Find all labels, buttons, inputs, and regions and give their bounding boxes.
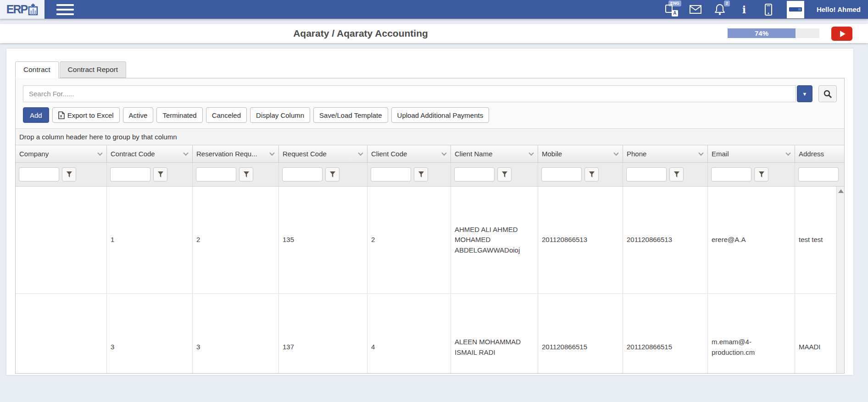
save-load-template-button[interactable]: Save/Load Template (313, 107, 388, 123)
filter-cell-client-name (451, 163, 538, 186)
filter-funnel-button[interactable] (153, 167, 167, 182)
column-header-request-code[interactable]: Request Code (279, 145, 367, 162)
chevron-down-icon[interactable] (698, 150, 703, 155)
chevron-down-icon[interactable] (97, 150, 102, 155)
user-greeting[interactable]: Hello! Ahmed (817, 6, 861, 13)
display-column-button[interactable]: Display Column (250, 107, 310, 123)
contract-row[interactable]: 3 3 137 4 ALEEN MOHAMMAD ISMAIL RADI 201… (16, 294, 844, 373)
filter-funnel-button[interactable] (62, 167, 76, 182)
filter-funnel-button[interactable] (669, 167, 684, 182)
chevron-down-icon[interactable] (441, 150, 446, 155)
cell-phone: 201120866515 (623, 294, 708, 373)
vertical-scrollbar[interactable] (836, 187, 844, 373)
scroll-up-arrow-icon[interactable] (837, 187, 844, 196)
search-input[interactable] (23, 85, 796, 102)
partner-brand-logo[interactable] (787, 1, 804, 18)
terminated-filter-button[interactable]: Terminated (156, 107, 202, 123)
erp-logo[interactable]: ERP (0, 0, 45, 19)
filter-input-mobile[interactable] (541, 167, 582, 182)
contracts-grid: Company Contract Code Reservation Requ..… (16, 145, 844, 373)
caret-down-icon: ▼ (802, 91, 807, 97)
grid-filter-row (16, 163, 844, 187)
progress-bar: 74% (728, 28, 819, 38)
canceled-filter-button[interactable]: Canceled (206, 107, 247, 123)
cell-company (16, 187, 107, 293)
app-root: ERP ENG A (0, 0, 868, 402)
cell-client-code: 2 (367, 187, 451, 293)
upload-additional-payments-button[interactable]: Upload Additional Payments (391, 107, 490, 123)
filter-cell-email (708, 163, 795, 186)
cell-mobile: 201120866513 (538, 187, 623, 293)
content-card: Contract Contract Report ▼ (6, 49, 853, 375)
filter-input-company[interactable] (19, 167, 59, 182)
filter-input-contract-code[interactable] (110, 167, 150, 182)
filter-input-request-code[interactable] (282, 167, 323, 182)
cell-reservation-request: 2 (193, 187, 279, 293)
tab-bar: Contract Contract Report (15, 61, 845, 78)
chevron-down-icon[interactable] (269, 150, 274, 155)
add-button[interactable]: Add (23, 107, 49, 123)
column-header-client-name[interactable]: Client Name (451, 145, 538, 162)
chevron-down-icon[interactable] (529, 150, 534, 155)
tab-contract-report[interactable]: Contract Report (60, 61, 126, 78)
search-button[interactable] (818, 85, 837, 102)
cell-request-code: 135 (279, 187, 367, 293)
filter-input-email[interactable] (711, 167, 751, 182)
filter-cell-company (16, 163, 107, 186)
filter-input-client-name[interactable] (454, 167, 495, 182)
filter-input-phone[interactable] (626, 167, 667, 182)
cell-company (16, 294, 107, 373)
notification-count-badge: 2 (724, 0, 730, 6)
filter-input-client-code[interactable] (371, 167, 411, 182)
column-header-contract-code[interactable]: Contract Code (107, 145, 193, 162)
svg-text:x: x (60, 114, 62, 118)
column-header-phone[interactable]: Phone (623, 145, 708, 162)
column-header-email[interactable]: Email (708, 145, 795, 162)
cell-phone: 201120866513 (623, 187, 708, 293)
export-to-excel-button[interactable]: x Export to Excel (52, 107, 120, 123)
column-header-reservation-request[interactable]: Reservation Requ... (193, 145, 279, 162)
column-header-address[interactable]: Address (795, 145, 844, 162)
filter-funnel-button[interactable] (414, 167, 428, 182)
grid-rows-viewport: 1 2 135 2 AHMED ALI AHMED MOHAMED ABDELG… (16, 187, 844, 373)
language-translate-icon[interactable]: ENG A (665, 4, 677, 16)
info-icon[interactable]: i (738, 4, 750, 16)
filter-input-reservation-request[interactable] (196, 167, 236, 182)
cell-contract-code: 1 (107, 187, 193, 293)
filter-input-address[interactable] (798, 167, 839, 182)
filter-funnel-button[interactable] (754, 167, 768, 182)
filter-funnel-button[interactable] (584, 167, 599, 182)
mobile-phone-icon[interactable] (762, 4, 774, 16)
column-header-company[interactable]: Company (16, 145, 107, 162)
column-header-mobile[interactable]: Mobile (538, 145, 623, 162)
filter-funnel-button[interactable] (239, 167, 253, 182)
column-header-client-code[interactable]: Client Code (367, 145, 451, 162)
page-header: Aqaraty / Aqaraty Accounting 74% (0, 24, 868, 43)
contract-row[interactable]: 1 2 135 2 AHMED ALI AHMED MOHAMED ABDELG… (16, 187, 844, 294)
chevron-down-icon[interactable] (183, 150, 188, 155)
notifications-bell-icon[interactable]: 2 (714, 4, 726, 16)
search-icon (823, 89, 832, 99)
filter-cell-mobile (538, 163, 623, 186)
filter-cell-request-code (279, 163, 367, 186)
menu-hamburger-icon[interactable] (55, 2, 76, 17)
cell-client-name: ALEEN MOHAMMAD ISMAIL RADI (451, 294, 538, 373)
chevron-down-icon[interactable] (785, 150, 790, 155)
active-filter-button[interactable]: Active (123, 107, 154, 123)
search-options-dropdown[interactable]: ▼ (797, 85, 812, 102)
cell-request-code: 137 (279, 294, 367, 373)
tab-contract[interactable]: Contract (15, 61, 59, 78)
mail-icon[interactable] (690, 4, 701, 16)
group-by-drop-zone[interactable]: Drop a column header here to group by th… (16, 128, 844, 145)
page-title: Aqaraty / Aqaraty Accounting (0, 24, 721, 43)
contract-panel: ▼ Add (15, 78, 845, 374)
progress-label: 74% (755, 29, 768, 37)
video-help-button[interactable] (831, 27, 852, 41)
chevron-down-icon[interactable] (613, 150, 618, 155)
cell-email: m.emam@4-production.cm (708, 294, 795, 373)
cell-email: erere@A.A (708, 187, 795, 293)
filter-funnel-button[interactable] (325, 167, 339, 182)
chevron-down-icon[interactable] (358, 150, 363, 155)
filter-cell-client-code (367, 163, 451, 186)
filter-funnel-button[interactable] (497, 167, 512, 182)
